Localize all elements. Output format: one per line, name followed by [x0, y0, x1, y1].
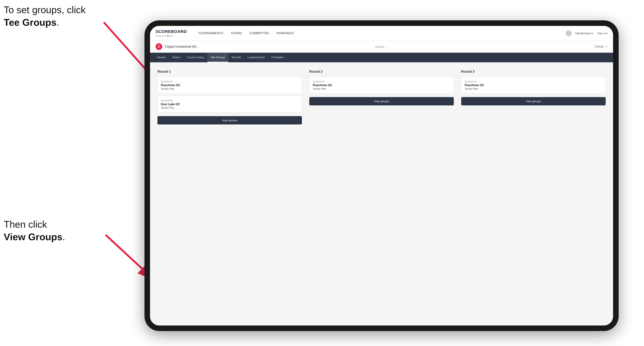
tab-teams[interactable]: Teams — [169, 53, 184, 62]
nav-tournaments[interactable]: TOURNAMENTS — [198, 31, 223, 35]
instruction-bottom-line1: Then click — [4, 219, 47, 230]
round-1-course-b-name: East Lake GC — [161, 103, 298, 106]
round-3-course-a-label: (Course A) — [465, 80, 602, 83]
round-2-course-a-format: Stroke Play — [313, 87, 450, 90]
nav-links: TOURNAMENTS TEAMS COMMITTEE RANKINGS — [198, 31, 566, 35]
tab-results[interactable]: Results — [228, 53, 244, 62]
round-1-title: Round 1 — [158, 70, 302, 74]
instruction-bottom: Then click View Groups. — [4, 218, 65, 243]
nav-committee[interactable]: COMMITTEE — [249, 31, 269, 35]
user-avatar — [566, 30, 572, 36]
tablet-frame: SCOREBOARD Powered by clippit TOURNAMENT… — [144, 20, 619, 331]
cancel-button[interactable]: Cancel — [594, 45, 604, 48]
round-2-course-a-card: (Course A) Peachtree GC Stroke Play — [309, 77, 454, 93]
round-3-course-a-name: Peachtree GC — [465, 84, 602, 87]
round-1-view-groups-button[interactable]: View groups — [158, 116, 302, 125]
round-2-course-a-name: Peachtree GC — [313, 84, 450, 87]
tab-tee-groups[interactable]: Tee Groups — [208, 53, 228, 62]
instruction-top-line2: Tee Groups — [4, 17, 56, 28]
tournament-status: Hosting — [375, 45, 384, 48]
nav-right: blair@clippd.io Sign out — [566, 30, 608, 36]
round-3-column: Round 3 (Course A) Peachtree GC Stroke P… — [461, 70, 606, 125]
round-3-course-a-card: (Course A) Peachtree GC Stroke Play — [461, 77, 606, 93]
instruction-bottom-line2: View Groups — [4, 231, 62, 242]
round-3-course-a-format: Stroke Play — [465, 87, 602, 90]
round-3-view-groups-button[interactable]: View groups — [461, 97, 606, 105]
logo-text: SCOREBOARD — [156, 29, 187, 34]
main-content: Round 1 (Course A) Peachtree GC Stroke P… — [150, 62, 613, 326]
round-1-course-b-format: Stroke Play — [161, 106, 298, 109]
round-2-course-a-label: (Course A) — [313, 80, 450, 83]
round-1-course-a-name: Peachtree GC — [161, 84, 298, 87]
tab-leaderboards[interactable]: Leaderboards — [244, 53, 268, 62]
round-1-column: Round 1 (Course A) Peachtree GC Stroke P… — [158, 70, 302, 125]
round-1-course-b-card: (Course B) East Lake GC Stroke Play — [158, 96, 302, 112]
logo-sub: Powered by clippit — [156, 34, 187, 37]
round-1-course-a-label: (Course A) — [161, 80, 298, 83]
sign-out-link[interactable]: Sign out — [597, 32, 608, 35]
tournament-header: C Clippd Invitational (M... Hosting Canc… — [150, 41, 613, 53]
tab-course-setup[interactable]: Course Setup — [184, 53, 208, 62]
tab-printables[interactable]: Printables — [268, 53, 287, 62]
nav-teams[interactable]: TEAMS — [230, 31, 242, 35]
round-1-course-b-label: (Course B) — [161, 99, 298, 102]
instruction-top: To set groups, click Tee Groups. — [4, 4, 86, 29]
round-2-title: Round 2 — [309, 70, 454, 74]
round-2-view-groups-button[interactable]: View groups — [309, 97, 454, 105]
cancel-x[interactable]: ✕ — [605, 45, 608, 48]
tab-bar: Details Teams Course Setup Tee Groups Re… — [150, 53, 613, 62]
top-nav: SCOREBOARD Powered by clippit TOURNAMENT… — [150, 26, 613, 41]
round-1-course-a-card: (Course A) Peachtree GC Stroke Play — [158, 77, 302, 93]
rounds-grid: Round 1 (Course A) Peachtree GC Stroke P… — [158, 70, 606, 125]
instruction-top-line1: To set groups, click — [4, 4, 86, 15]
user-email: blair@clippd.io — [575, 32, 594, 35]
nav-rankings[interactable]: RANKINGS — [276, 31, 294, 35]
round-3-title: Round 3 — [461, 70, 606, 74]
round-2-column: Round 2 (Course A) Peachtree GC Stroke P… — [309, 70, 454, 125]
logo-area: SCOREBOARD Powered by clippit — [156, 29, 187, 37]
tab-details[interactable]: Details — [154, 53, 169, 62]
round-1-course-a-format: Stroke Play — [161, 87, 298, 90]
tablet-screen: SCOREBOARD Powered by clippit TOURNAMENT… — [150, 26, 613, 326]
tournament-name: Clippd Invitational (M... — [165, 45, 375, 49]
tournament-logo: C — [156, 43, 162, 50]
